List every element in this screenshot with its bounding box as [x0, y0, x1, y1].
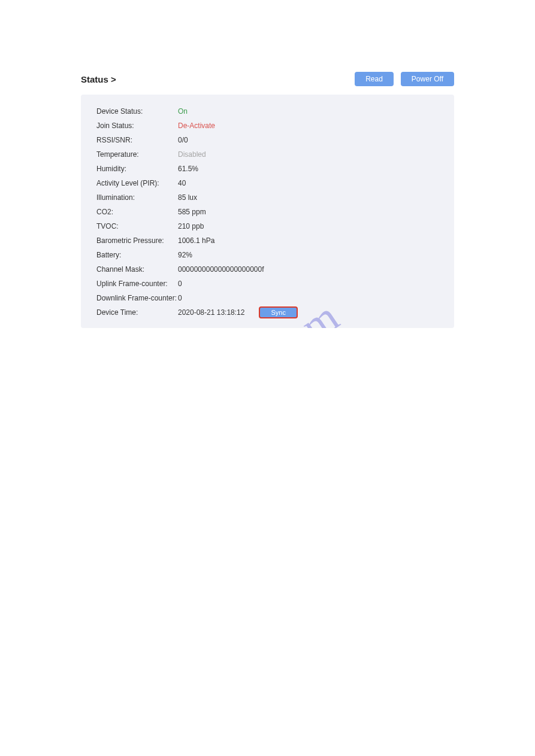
- status-label: Temperature:: [96, 150, 178, 159]
- read-button[interactable]: Read: [355, 72, 394, 86]
- status-value: 000000000000000000000f: [178, 265, 264, 274]
- status-row: Join Status:De-Activate: [96, 119, 439, 133]
- status-value: 0/0: [178, 136, 188, 144]
- status-label: Channel Mask:: [96, 265, 178, 274]
- status-label: RSSI/SNR:: [96, 136, 178, 144]
- status-label: Battery:: [96, 251, 178, 259]
- status-card: Device Status:OnJoin Status:De-ActivateR…: [81, 95, 454, 328]
- status-row: Battery:92%: [96, 248, 439, 262]
- status-value: 92%: [178, 251, 192, 259]
- status-label: Device Status:: [96, 107, 178, 116]
- status-label: Illumination:: [96, 193, 178, 202]
- status-value: Disabled: [178, 150, 206, 159]
- status-row: Uplink Frame-counter:0: [96, 277, 439, 291]
- status-row: RSSI/SNR:0/0: [96, 133, 439, 147]
- status-value: De-Activate: [178, 122, 215, 130]
- device-time-value: 2020-08-21 13:18:12: [178, 308, 244, 317]
- status-label: Join Status:: [96, 122, 178, 130]
- status-label: Downlink Frame-counter:: [96, 294, 178, 302]
- status-value: 210 ppb: [178, 222, 204, 230]
- status-value: 0: [178, 294, 182, 302]
- status-row: Device Status:On: [96, 104, 439, 119]
- status-value: On: [178, 107, 188, 116]
- status-value: 1006.1 hPa: [178, 236, 214, 245]
- status-row: Temperature:Disabled: [96, 147, 439, 162]
- status-label: Humidity:: [96, 165, 178, 173]
- status-label: CO2:: [96, 208, 178, 216]
- status-label: Barometric Pressure:: [96, 236, 178, 245]
- status-value: 585 ppm: [178, 208, 206, 216]
- status-label: Activity Level (PIR):: [96, 179, 178, 187]
- device-time-label: Device Time:: [96, 308, 178, 317]
- status-row: Channel Mask:000000000000000000000f: [96, 262, 439, 277]
- status-value: 85 lux: [178, 193, 197, 202]
- sync-button[interactable]: Sync: [259, 306, 297, 318]
- status-title: Status >: [81, 74, 116, 84]
- status-row: Illumination:85 lux: [96, 190, 439, 205]
- status-value: 40: [178, 179, 186, 187]
- status-value: 0: [178, 280, 182, 288]
- status-row: Activity Level (PIR):40: [96, 176, 439, 190]
- status-label: Uplink Frame-counter:: [96, 280, 178, 288]
- status-row: Barometric Pressure:1006.1 hPa: [96, 233, 439, 248]
- status-row: CO2:585 ppm: [96, 205, 439, 219]
- status-value: 61.5%: [178, 165, 198, 173]
- status-row: Downlink Frame-counter:0: [96, 291, 439, 305]
- status-row: TVOC:210 ppb: [96, 219, 439, 233]
- status-label: TVOC:: [96, 222, 178, 230]
- power-off-button[interactable]: Power Off: [401, 72, 454, 86]
- status-row: Humidity:61.5%: [96, 162, 439, 176]
